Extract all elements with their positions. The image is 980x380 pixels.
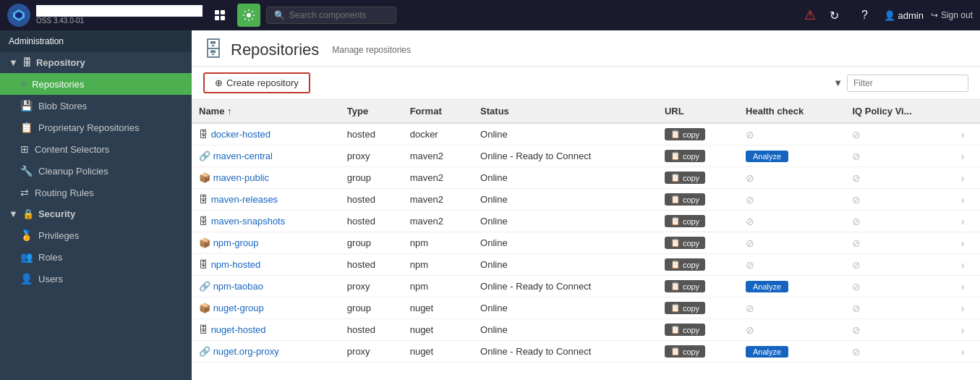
repositories-table: Name ↑ Type Format Status URL Health che…: [192, 100, 980, 363]
row-expand-icon[interactable]: ›: [961, 324, 965, 336]
analyze-btn[interactable]: Analyze: [746, 151, 788, 162]
alert-icon[interactable]: ⚠: [804, 7, 816, 23]
repo-name[interactable]: npm-hosted: [211, 259, 261, 270]
sidebar-item-proprietary-repos[interactable]: 📋 Proprietary Repositories: [0, 117, 192, 138]
sidebar-item-content-selectors[interactable]: ⊞ Content Selectors: [0, 138, 192, 160]
repo-name[interactable]: npm-taobao: [213, 281, 263, 292]
table-row: 🗄 nuget-hosted hosted nuget Online 📋 cop…: [192, 319, 980, 341]
copy-url-btn[interactable]: 📋 copy: [665, 150, 705, 162]
repo-name[interactable]: maven-public: [213, 172, 269, 183]
copy-url-btn[interactable]: 📋 copy: [665, 172, 705, 184]
copy-url-btn[interactable]: 📋 copy: [665, 215, 705, 227]
iq-policy-disabled: ⊘: [852, 324, 861, 336]
search-box[interactable]: 🔍: [266, 7, 396, 24]
sidebar-item-roles[interactable]: 👥 Roles: [0, 246, 192, 268]
browse-icon-btn[interactable]: [208, 4, 231, 27]
cell-name: 🗄 nuget-hosted: [192, 319, 340, 341]
row-expand-icon[interactable]: ›: [961, 346, 965, 358]
filter-input[interactable]: [847, 75, 968, 92]
repo-name[interactable]: maven-snapshots: [211, 216, 286, 227]
sidebar-item-blob-stores-label: Blob Stores: [38, 101, 87, 111]
settings-icon-btn[interactable]: [237, 4, 260, 27]
col-status: Status: [473, 100, 657, 123]
cell-format: npm: [403, 276, 473, 297]
repo-name[interactable]: maven-central: [213, 151, 273, 161]
cell-type: group: [340, 297, 403, 319]
copy-url-btn[interactable]: 📋 copy: [665, 302, 705, 314]
create-repository-btn[interactable]: ⊕ Create repository: [203, 72, 310, 93]
cell-url: 📋 copy: [657, 276, 738, 297]
copy-url-btn[interactable]: 📋 copy: [665, 128, 705, 140]
repo-name[interactable]: nuget.org-proxy: [213, 346, 279, 357]
row-expand-icon[interactable]: ›: [961, 259, 965, 271]
cell-name: 🔗 npm-taobao: [192, 276, 340, 297]
row-type-icon: 🗄: [199, 259, 208, 270]
copy-url-btn[interactable]: 📋 copy: [665, 258, 705, 271]
row-expand-icon[interactable]: ›: [961, 129, 965, 140]
sidebar-item-users[interactable]: 👤 Users: [0, 268, 192, 290]
copy-url-btn[interactable]: 📋 copy: [665, 280, 705, 292]
cell-format: npm: [403, 232, 473, 254]
app-title-block: Sonatype Nexus Repository Manager OSS 3.…: [36, 5, 203, 25]
repo-name[interactable]: maven-releases: [211, 194, 278, 205]
cell-chevron[interactable]: ›: [954, 167, 980, 189]
cell-format: nuget: [403, 319, 473, 341]
row-expand-icon[interactable]: ›: [961, 172, 965, 184]
col-url: URL: [657, 100, 738, 123]
sidebar-group-security[interactable]: ▼ 🔒 Security: [0, 203, 192, 224]
cell-chevron[interactable]: ›: [954, 297, 980, 319]
analyze-btn[interactable]: Analyze: [746, 346, 788, 358]
signout-icon: ↪: [931, 10, 938, 20]
signout-btn[interactable]: ↪ Sign out: [931, 10, 973, 20]
cell-chevron[interactable]: ›: [954, 254, 980, 276]
search-input[interactable]: [289, 10, 388, 20]
row-expand-icon[interactable]: ›: [961, 281, 965, 292]
cell-url: 📋 copy: [657, 254, 738, 276]
iq-policy-disabled: ⊘: [852, 216, 861, 227]
cell-name: 🔗 nuget.org-proxy: [192, 341, 340, 363]
routing-icon: ⇄: [20, 187, 29, 198]
help-btn[interactable]: ?: [853, 4, 877, 27]
repo-name[interactable]: nuget-group: [213, 303, 264, 313]
cell-chevron[interactable]: ›: [954, 276, 980, 297]
table-row: 🔗 maven-central proxy maven2 Online - Re…: [192, 145, 980, 167]
cell-chevron[interactable]: ›: [954, 341, 980, 363]
row-expand-icon[interactable]: ›: [961, 303, 965, 314]
repositories-icon: ≡: [20, 78, 26, 90]
row-expand-icon[interactable]: ›: [961, 237, 965, 249]
cell-chevron[interactable]: ›: [954, 319, 980, 341]
repo-name[interactable]: npm-group: [213, 237, 259, 248]
analyze-btn[interactable]: Analyze: [746, 281, 788, 292]
cell-status: Online: [473, 189, 657, 211]
copy-url-btn[interactable]: 📋 copy: [665, 237, 705, 249]
cell-type: proxy: [340, 341, 403, 363]
iq-policy-disabled: ⊘: [852, 346, 861, 358]
row-expand-icon[interactable]: ›: [961, 151, 965, 162]
sidebar-group-repository[interactable]: ▼ 🗄 Repository: [0, 52, 192, 73]
cell-chevron[interactable]: ›: [954, 211, 980, 232]
refresh-btn[interactable]: ↻: [823, 4, 846, 27]
repo-name[interactable]: nuget-hosted: [211, 324, 266, 335]
row-expand-icon[interactable]: ›: [961, 216, 965, 227]
cell-chevron[interactable]: ›: [954, 123, 980, 145]
copy-icon: 📋: [670, 303, 681, 313]
copy-url-btn[interactable]: 📋 copy: [665, 193, 705, 206]
sidebar-item-cleanup-policies[interactable]: 🔧 Cleanup Policies: [0, 160, 192, 182]
sidebar-item-repositories[interactable]: ≡ Repositories: [0, 73, 192, 95]
health-check-disabled: ⊘: [746, 172, 754, 184]
cell-health-check: Analyze: [738, 145, 845, 167]
cell-chevron[interactable]: ›: [954, 145, 980, 167]
sidebar-item-privileges[interactable]: 🏅 Privileges: [0, 224, 192, 246]
user-menu[interactable]: 👤 admin: [884, 10, 924, 21]
repo-name[interactable]: docker-hosted: [211, 129, 270, 140]
cell-chevron[interactable]: ›: [954, 232, 980, 254]
sidebar-item-blob-stores[interactable]: 💾 Blob Stores: [0, 95, 192, 117]
cell-status: Online - Ready to Connect: [473, 276, 657, 297]
sidebar-item-routing-rules[interactable]: ⇄ Routing Rules: [0, 182, 192, 203]
copy-url-btn[interactable]: 📋 copy: [665, 324, 705, 336]
cell-type: hosted: [340, 254, 403, 276]
cell-type: proxy: [340, 145, 403, 167]
copy-url-btn[interactable]: 📋 copy: [665, 345, 705, 358]
row-expand-icon[interactable]: ›: [961, 194, 965, 206]
cell-chevron[interactable]: ›: [954, 189, 980, 211]
